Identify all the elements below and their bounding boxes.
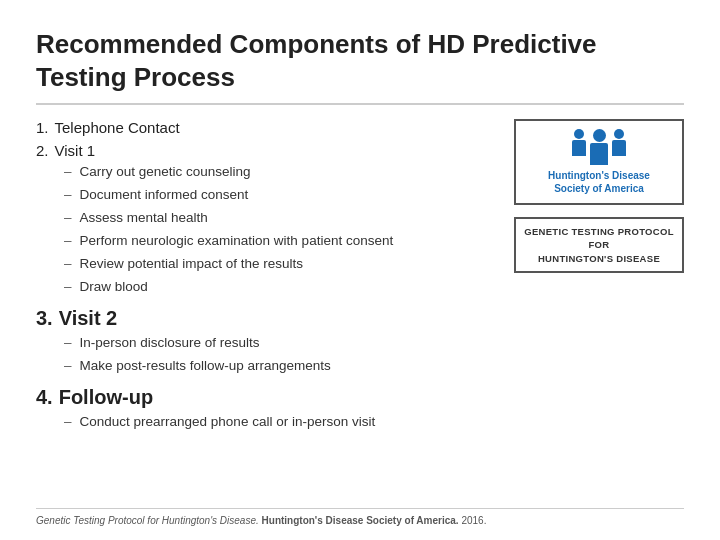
right-column: Huntington's Disease Society of America … (464, 119, 684, 441)
list-item: –Carry out genetic counseling (64, 161, 464, 184)
section-4-number: 4. (36, 386, 53, 409)
section-4-list: –Conduct prearranged phone call or in-pe… (36, 411, 464, 434)
title-line2: Testing Process (36, 62, 235, 92)
person-icon-3 (612, 129, 626, 165)
list-item: –Make post-results follow-up arrangement… (64, 355, 464, 378)
section-4-label: Follow-up (59, 386, 153, 409)
genetic-box-title: GENETIC TESTING PROTOCOL FOR HUNTINGTON'… (524, 225, 674, 265)
hdsa-icon (572, 129, 626, 165)
title-line1: Recommended Components of HD Predictive (36, 29, 597, 59)
person-icon-1 (572, 129, 586, 165)
list-item: –Assess mental health (64, 207, 464, 230)
section-1: 1. Telephone Contact (36, 119, 464, 136)
section-2-list: –Carry out genetic counseling –Document … (36, 161, 464, 299)
footer-text: Genetic Testing Protocol for Huntington'… (36, 515, 486, 526)
section-4: 4. Follow-up –Conduct prearranged phone … (36, 386, 464, 434)
genetic-testing-box: GENETIC TESTING PROTOCOL FOR HUNTINGTON'… (514, 217, 684, 273)
main-content: 1. Telephone Contact 2. Visit 1 –Carry o… (36, 119, 684, 441)
section-1-number: 1. (36, 119, 49, 136)
list-item: –In-person disclosure of results (64, 332, 464, 355)
list-item: –Conduct prearranged phone call or in-pe… (64, 411, 464, 434)
person-icon-2 (590, 129, 608, 165)
section-3-label: Visit 2 (59, 307, 118, 330)
hdsa-logo: Huntington's Disease Society of America (514, 119, 684, 205)
section-1-label: Telephone Contact (55, 119, 180, 136)
hdsa-name: Huntington's Disease Society of America (548, 169, 650, 195)
section-3-list: –In-person disclosure of results –Make p… (36, 332, 464, 378)
list-item: –Review potential impact of the results (64, 253, 464, 276)
section-2-label: Visit 1 (55, 142, 96, 159)
list-item: –Perform neurologic examination with pat… (64, 230, 464, 253)
section-2-number: 2. (36, 142, 49, 159)
section-3-number: 3. (36, 307, 53, 330)
list-item: –Draw blood (64, 276, 464, 299)
list-item: –Document informed consent (64, 184, 464, 207)
page: Recommended Components of HD Predictive … (0, 0, 720, 540)
page-title: Recommended Components of HD Predictive … (36, 28, 684, 93)
footer: Genetic Testing Protocol for Huntington'… (36, 508, 684, 526)
left-column: 1. Telephone Contact 2. Visit 1 –Carry o… (36, 119, 464, 441)
title-divider (36, 103, 684, 105)
section-3: 3. Visit 2 –In-person disclosure of resu… (36, 307, 464, 378)
section-2: 2. Visit 1 –Carry out genetic counseling… (36, 142, 464, 299)
